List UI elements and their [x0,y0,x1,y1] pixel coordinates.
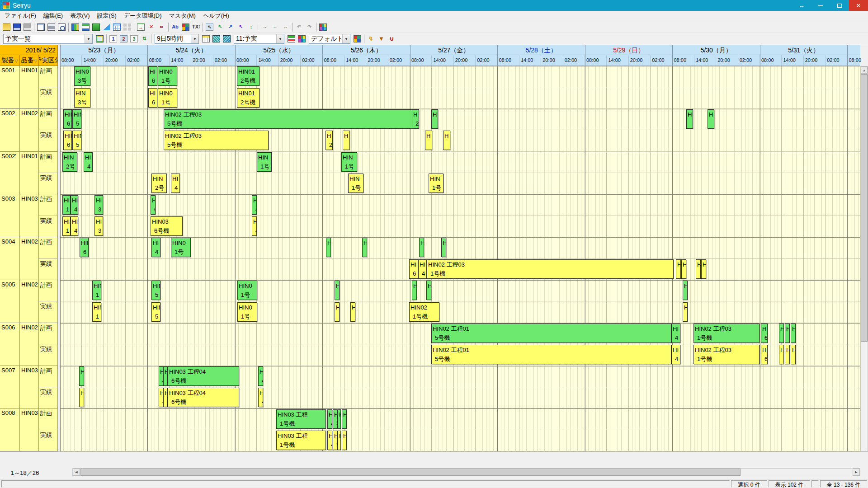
gantt-bar-plan[interactable]: HIN1号 [341,152,357,172]
gantt-bar-plan[interactable]: H6 [151,195,156,215]
day-header[interactable]: 5/25（水） [235,45,323,55]
gantt-bar-plan[interactable]: HIN01号 [171,238,191,257]
gantt-bar-actual[interactable]: HIN5 [151,302,160,322]
gantt-bar-actual[interactable]: HIN03 工程1号機 [276,431,326,450]
menu-master[interactable]: マスタ(M) [165,11,199,21]
tool-tile-view[interactable] [122,22,132,32]
gantt-bar-plan[interactable]: H [362,238,367,257]
close-button[interactable]: ✕ [849,0,868,11]
day-header[interactable]: 5/28（土） [498,45,585,55]
gantt-bar-actual[interactable]: HI4 [171,174,180,193]
gantt-bar-actual[interactable]: H4 [327,431,332,450]
scroll-up-button[interactable]: ▲ [861,66,868,74]
tool-view-mode-3[interactable]: 3 [129,34,139,44]
gantt-bar-plan[interactable]: H4 [258,366,263,386]
tool-text-label[interactable]: TXT [191,22,201,32]
gantt-bar-plan[interactable]: HIN02 工程031号機 [693,324,760,343]
gantt-bar-plan[interactable]: H [431,109,438,129]
tool-open-file[interactable] [1,22,12,32]
tool-assign-forward[interactable]: → [259,22,270,32]
tool-view-mode-1[interactable]: 1 [108,34,118,44]
vertical-scrollbar[interactable]: ▲▼ [860,66,868,451]
gantt-bar-actual[interactable]: H4 [258,388,263,407]
gantt-bar-plan[interactable]: H [326,238,331,257]
tool-hand-tool[interactable]: ↖ [215,22,225,32]
display-item-combobox[interactable]: 11:予実▼ [234,34,284,44]
gantt-bar-actual[interactable]: H [443,131,450,150]
gantt-bar-actual[interactable]: H3 [333,431,338,450]
tool-copy[interactable] [36,22,46,32]
gantt-bar-actual[interactable]: HIN02 工程035号機 [164,131,269,150]
gantt-bar-plan[interactable]: H6 [163,366,168,386]
menu-edit[interactable]: 編集(E) [40,11,66,21]
minimize-button[interactable] [811,0,830,11]
tool-color-settings[interactable] [180,22,191,32]
tool-palette[interactable] [352,34,363,44]
tool-load-graph-view[interactable] [91,22,101,32]
tool-calendar-scale-day[interactable] [201,34,211,44]
gantt-bar-actual[interactable]: HI6 [148,88,157,108]
gantt-bar-actual[interactable]: HIN6 [63,131,72,150]
tool-move-operation-tool[interactable]: ↗ [225,22,236,32]
view-preset-combobox[interactable]: 予実一覧▼ [3,34,93,44]
gantt-bar-actual[interactable]: HIN3号 [74,88,90,108]
tool-table-view[interactable] [112,22,122,32]
day-header[interactable]: 5/31（火） [760,45,848,55]
tool-cancel-assign[interactable]: ✕ [146,22,156,32]
sort-indicator-icon[interactable]: ▽ [15,59,18,63]
chevron-down-icon[interactable]: ▼ [85,34,92,43]
tool-highlight[interactable]: ↯ [366,34,376,44]
gantt-bar-plan[interactable]: H [419,238,424,257]
gantt-bar-plan[interactable]: H [342,409,347,429]
gantt-bar-actual[interactable]: H [683,302,688,322]
gantt-bar-plan[interactable]: H3 [333,409,338,429]
tool-display-switch[interactable] [94,34,105,44]
chevron-down-icon[interactable]: ▼ [191,34,198,43]
gantt-bar-actual[interactable]: H [343,131,350,150]
resize-button[interactable]: ↔ [792,0,811,11]
gantt-bar-actual[interactable]: HI1 [62,216,71,236]
menu-data-env[interactable]: データ環境(D) [120,11,165,21]
gantt-bar-actual[interactable]: HI4 [418,259,427,279]
tool-color-map[interactable] [297,34,307,44]
gantt-bar-plan[interactable]: H4 [252,195,257,215]
gantt-bar-plan[interactable]: HI4 [71,195,78,215]
column-header-seiban[interactable]: 製番▽ [0,55,20,66]
menu-file[interactable]: ファイル(F) [1,11,40,21]
tool-assign-backward[interactable]: ← [270,22,280,32]
gantt-bar-plan[interactable]: HIN2号 [62,152,77,172]
day-header[interactable]: 5/29（日） [585,45,673,55]
gantt-bar-plan[interactable]: H [683,281,688,300]
column-header-yojitsu[interactable]: 予実区分 [39,55,58,66]
gantt-bar-plan[interactable]: HIN02 工程015号機 [431,324,671,343]
tool-network-view[interactable] [80,22,91,32]
tool-print-preview[interactable] [57,22,67,32]
gantt-bar-actual[interactable]: HIN5 [72,131,81,150]
day-header[interactable]: 5/23（月） [60,45,148,55]
tool-gantt-view[interactable] [70,22,80,32]
gantt-bar-actual[interactable]: H [350,302,355,322]
menu-settings[interactable]: 設定(S) [94,11,120,21]
style-preset-combobox[interactable]: デフォルト▼ [309,34,350,44]
gantt-bar-actual[interactable]: H [425,131,432,150]
tool-calendar-scale-month[interactable] [222,34,232,44]
gantt-bar-plan[interactable]: HIN01号 [158,66,177,86]
tool-calendar-scale-week[interactable] [211,34,222,44]
gantt-bar-plan[interactable]: HI4 [671,324,680,343]
gantt-bar-actual[interactable]: HI6 [409,259,418,279]
gantt-bar-actual[interactable]: H [338,431,341,450]
tool-select-tool[interactable]: ↖ [204,22,215,32]
gantt-bar-actual[interactable]: H [779,345,784,364]
gantt-bar-plan[interactable]: HIN6 [63,109,72,129]
gantt-bar-plan[interactable]: HIN02 工程035号機 [164,109,414,129]
gantt-bar-plan[interactable]: H [779,324,784,343]
tool-pin-magnet[interactable]: ∪ [387,34,397,44]
gantt-bar-actual[interactable]: H [79,388,84,407]
gantt-bar-plan[interactable]: HIN6 [80,238,89,257]
horizontal-scrollbar[interactable]: ◀▶ [72,468,860,476]
gantt-bar-actual[interactable]: HIN03 工程046号機 [168,388,239,407]
gantt-bar-actual[interactable]: HIN1号 [348,174,363,193]
gantt-bar-actual[interactable]: HIN036号機 [151,216,183,236]
gantt-bar-plan[interactable]: H4 [159,366,163,386]
gantt-bar-plan[interactable]: HI4 [84,152,93,172]
